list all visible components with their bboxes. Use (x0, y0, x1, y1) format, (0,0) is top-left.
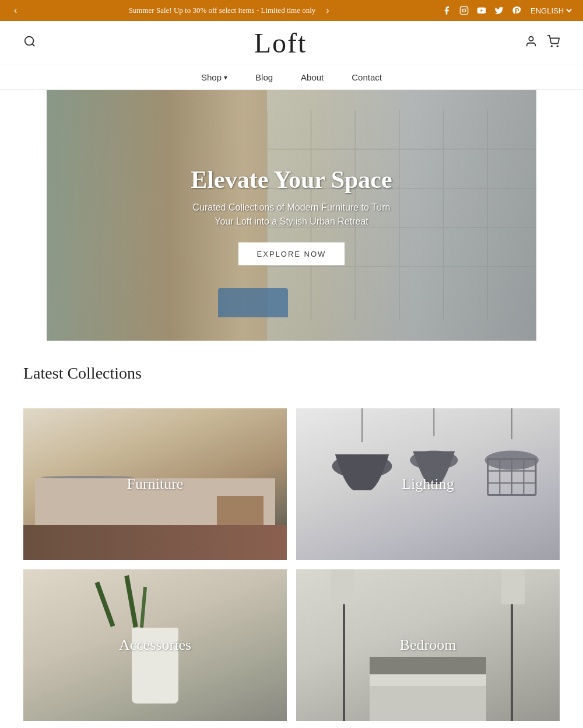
header-right-icons (525, 35, 560, 51)
hero-title: Elevate Your Space (187, 166, 396, 194)
account-icon[interactable] (525, 35, 538, 51)
collection-card-lighting[interactable]: Lighting (296, 408, 560, 560)
svg-point-7 (551, 46, 552, 47)
collection-label-furniture: Furniture (127, 475, 184, 493)
site-logo[interactable]: Loft (254, 27, 307, 59)
chevron-down-icon: ▾ (224, 74, 227, 82)
announcement-center: Summer Sale! Up to 30% off select items … (22, 3, 441, 18)
facebook-icon[interactable] (441, 5, 452, 16)
collection-label-accessories: Accessories (119, 636, 191, 654)
svg-point-8 (557, 46, 558, 47)
svg-point-1 (462, 9, 465, 12)
nav-item-contact[interactable]: Contact (352, 72, 382, 82)
explore-now-button[interactable]: EXPLORE NOW (238, 243, 345, 265)
collection-card-accessories[interactable]: Accessories (23, 569, 287, 721)
nav-item-shop[interactable]: Shop ▾ (201, 72, 227, 82)
hero-overlay: Elevate Your Space Curated Collections o… (187, 166, 396, 265)
social-lang-bar: ENGLISH (441, 5, 574, 16)
hero-subtitle: Curated Collections of Modern Furniture … (187, 201, 396, 229)
latest-collections-section: Latest Collections (0, 341, 583, 408)
announcement-next-button[interactable]: › (321, 3, 333, 18)
youtube-icon[interactable] (476, 5, 487, 16)
instagram-icon[interactable] (458, 5, 470, 16)
svg-point-6 (529, 37, 533, 41)
twitter-icon[interactable] (493, 5, 505, 16)
announcement-text: Summer Sale! Up to 30% off select items … (129, 6, 316, 15)
svg-line-5 (32, 44, 34, 46)
collection-grid: Furniture (0, 408, 583, 728)
svg-point-2 (466, 8, 466, 9)
announcement-bar: ‹ Summer Sale! Up to 30% off select item… (0, 0, 583, 21)
language-select[interactable]: ENGLISH (528, 6, 574, 16)
pinterest-icon[interactable] (511, 5, 522, 16)
svg-rect-0 (460, 6, 468, 14)
announcement-prev-button[interactable]: ‹ (9, 3, 22, 18)
collection-card-bedroom[interactable]: Bedroom (296, 569, 560, 721)
collection-label-lighting: Lighting (402, 475, 454, 493)
collection-card-furniture[interactable]: Furniture (23, 408, 287, 560)
collection-label-bedroom: Bedroom (400, 636, 456, 654)
cart-icon[interactable] (547, 35, 560, 51)
nav-item-blog[interactable]: Blog (255, 72, 273, 82)
hero-section: Elevate Your Space Curated Collections o… (47, 90, 536, 341)
header-left-icons (23, 35, 36, 51)
search-icon[interactable] (23, 35, 36, 51)
main-nav: Shop ▾ Blog About Contact (0, 65, 583, 90)
header: Loft (0, 21, 583, 65)
svg-point-4 (25, 37, 34, 46)
nav-item-about[interactable]: About (301, 72, 324, 82)
latest-collections-title: Latest Collections (23, 364, 560, 383)
